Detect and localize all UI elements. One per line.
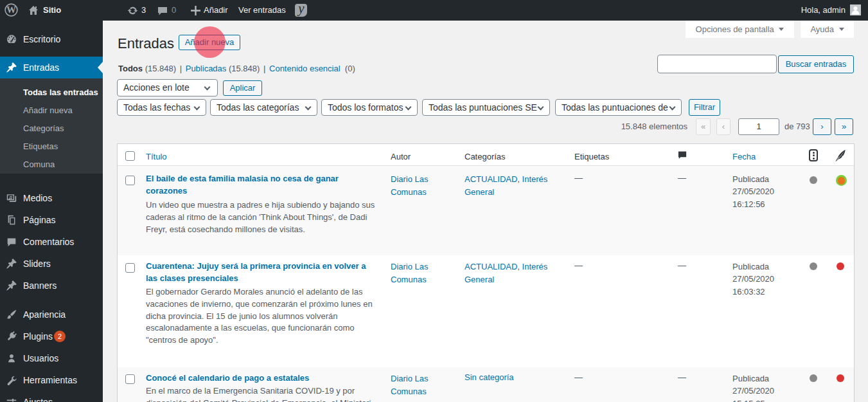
svg-text:W: W xyxy=(6,5,16,15)
